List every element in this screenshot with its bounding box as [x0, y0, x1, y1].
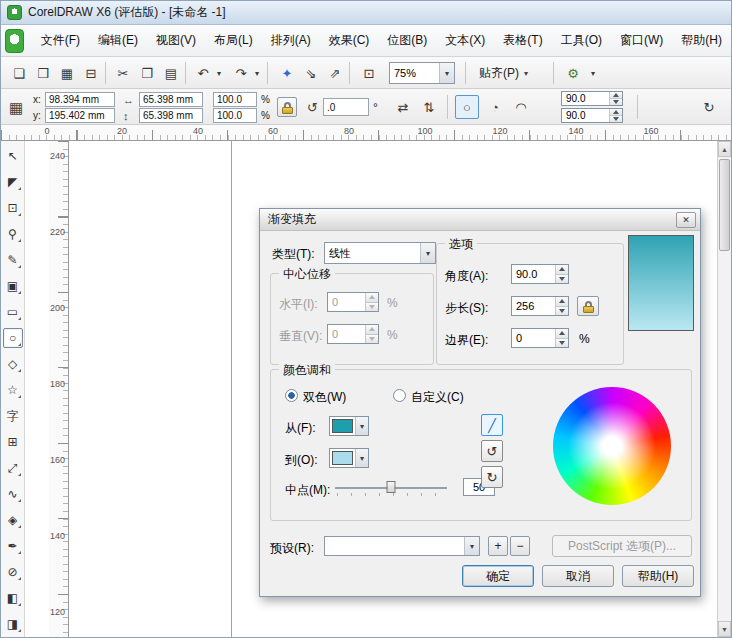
paste-button[interactable]: ▤ [159, 61, 183, 85]
zoom-level-select[interactable]: 75% ▾ [389, 62, 455, 84]
menu-item-file[interactable]: 文件(F) [32, 28, 89, 53]
menu-item-bitmaps[interactable]: 位图(B) [378, 28, 436, 53]
change-direction-button[interactable]: ↻ [697, 95, 721, 119]
open-button[interactable]: ❒ [31, 61, 55, 85]
cut-button[interactable]: ✂ [111, 61, 135, 85]
scroll-down-button[interactable]: ▼ [718, 621, 731, 637]
export-button[interactable]: ⇗ [323, 61, 347, 85]
object-width-input[interactable] [139, 92, 203, 107]
tool-pick[interactable]: ↖ [3, 146, 23, 166]
menu-item-edit[interactable]: 编辑(E) [89, 28, 147, 53]
tool-interactive-fill[interactable]: ◨ [3, 614, 23, 634]
pie-mode-button[interactable]: ◔ [483, 95, 507, 119]
mirror-horizontal-button[interactable]: ⇄ [391, 95, 415, 119]
menu-item-tools[interactable]: 工具(O) [552, 28, 611, 53]
spinner-up-button[interactable] [555, 297, 568, 306]
edge-spinner[interactable]: 0 [511, 328, 569, 348]
custom-radio[interactable] [393, 389, 406, 402]
chevron-down-icon[interactable]: ▾ [355, 449, 368, 467]
save-button[interactable]: ▦ [55, 61, 79, 85]
horizontal-spinner[interactable]: 0 [327, 292, 379, 312]
steps-lock-button[interactable] [577, 296, 599, 316]
steps-spinner[interactable]: 256 [511, 296, 569, 316]
undo-dropdown-button[interactable]: ▾ [213, 61, 225, 85]
ellipse-mode-button[interactable]: ○ [455, 95, 479, 119]
gradient-type-select[interactable]: 线性 ▾ [324, 242, 436, 264]
menu-item-help[interactable]: 帮助(H) [672, 28, 731, 53]
tool-table[interactable]: ⊞ [3, 432, 23, 452]
redo-dropdown-button[interactable]: ▾ [251, 61, 263, 85]
arc-mode-button[interactable]: ◠ [509, 95, 533, 119]
spinner-down-button[interactable] [365, 334, 378, 344]
add-preset-button[interactable]: + [488, 536, 508, 556]
undo-button[interactable]: ↶ [191, 61, 215, 85]
chevron-down-icon[interactable]: ▾ [420, 243, 435, 263]
menu-item-window[interactable]: 窗口(W) [611, 28, 672, 53]
angle-spinner[interactable]: 90.0 [511, 264, 569, 284]
tool-fill[interactable]: ◧ [3, 588, 23, 608]
vertical-scrollbar[interactable]: ▲ ▼ [717, 141, 731, 637]
spinner-up-button[interactable] [365, 293, 378, 302]
spinner-down-button[interactable] [555, 306, 568, 316]
counterclockwise-path-button[interactable]: ↺ [481, 440, 503, 462]
cancel-button[interactable]: 取消 [542, 565, 614, 587]
clockwise-path-button[interactable]: ↻ [481, 466, 503, 488]
ok-button[interactable]: 确定 [462, 565, 534, 587]
spinner-down-button[interactable] [365, 302, 378, 312]
x-position-input[interactable] [45, 92, 115, 107]
menu-item-table[interactable]: 表格(T) [494, 28, 551, 53]
dialog-close-button[interactable]: ✕ [676, 212, 696, 228]
to-color-picker[interactable]: ▾ [329, 448, 369, 468]
spinner-down-button[interactable] [555, 274, 568, 284]
menu-item-effects[interactable]: 效果(C) [320, 28, 379, 53]
arc-start-angle-spinner[interactable]: 90.0 [561, 91, 623, 106]
tool-outline-pen[interactable]: ⊘ [3, 562, 23, 582]
tool-ellipse[interactable]: ○ [3, 328, 23, 348]
from-color-swatch[interactable] [332, 419, 353, 433]
tool-polygon[interactable]: ◇ [3, 354, 23, 374]
two-color-radio[interactable] [285, 389, 298, 402]
presets-select[interactable]: ▾ [324, 536, 480, 556]
snap-to-button[interactable]: 贴齐(P) ▾ [473, 62, 534, 84]
spinner-up-button[interactable] [365, 325, 378, 334]
spinner-up-button[interactable] [555, 265, 568, 274]
menu-item-arrange[interactable]: 排列(A) [262, 28, 320, 53]
direct-path-button[interactable]: ╱ [481, 414, 503, 436]
scale-y-input[interactable] [213, 108, 257, 123]
chevron-down-icon[interactable]: ▾ [355, 417, 368, 435]
midpoint-slider[interactable] [335, 480, 447, 496]
import-button[interactable]: ⇘ [299, 61, 323, 85]
postscript-options-button[interactable]: PostScript 选项(P)... [552, 535, 692, 557]
spinner-up-button[interactable] [555, 329, 568, 338]
tool-connector[interactable]: ∿ [3, 484, 23, 504]
from-color-picker[interactable]: ▾ [329, 416, 369, 436]
to-color-swatch[interactable] [332, 451, 353, 465]
application-launcher-button[interactable]: ✦ [275, 61, 299, 85]
spinner-down-button[interactable] [609, 115, 622, 122]
color-wheel[interactable] [553, 387, 671, 505]
tool-zoom[interactable]: ⚲ [3, 224, 23, 244]
menu-item-text[interactable]: 文本(X) [436, 28, 494, 53]
dialog-titlebar[interactable]: 渐变填充 ✕ [260, 209, 700, 231]
tool-blend[interactable]: ◈ [3, 510, 23, 530]
scroll-up-button[interactable]: ▲ [718, 141, 731, 157]
spinner-down-button[interactable] [609, 98, 622, 105]
chevron-down-icon[interactable]: ▾ [464, 537, 479, 555]
fullscreen-preview-button[interactable]: ⊡ [357, 61, 381, 85]
new-button[interactable]: ❏ [7, 61, 31, 85]
slider-thumb[interactable] [387, 481, 396, 493]
tool-crop[interactable]: ⊡ [3, 198, 23, 218]
tool-rectangle[interactable]: ▭ [3, 302, 23, 322]
vertical-spinner[interactable]: 0 [327, 324, 379, 344]
tool-basic-shapes[interactable]: ☆ [3, 380, 23, 400]
options-button[interactable]: ⚙ [561, 61, 585, 85]
object-height-input[interactable] [139, 108, 203, 123]
rotation-angle-input[interactable] [323, 98, 369, 116]
menu-item-view[interactable]: 视图(V) [147, 28, 205, 53]
copy-button[interactable]: ❐ [135, 61, 159, 85]
chevron-down-icon[interactable]: ▾ [439, 63, 454, 83]
menu-item-layout[interactable]: 布局(L) [205, 28, 262, 53]
arc-end-angle-spinner[interactable]: 90.0 [561, 108, 623, 123]
print-button[interactable]: ⊟ [79, 61, 103, 85]
remove-preset-button[interactable]: − [510, 536, 530, 556]
